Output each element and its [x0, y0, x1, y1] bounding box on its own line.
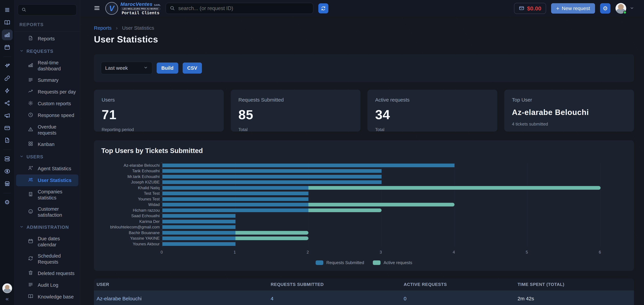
legend-item-active-requests[interactable]: Active requests: [373, 260, 412, 265]
balance-pill[interactable]: $0.00: [514, 3, 546, 14]
global-search-input[interactable]: [178, 5, 310, 11]
sidebar-search[interactable]: [18, 4, 77, 15]
wallet-icon: [519, 5, 524, 11]
bar-requests-submitted[interactable]: [162, 237, 236, 240]
sidebar-item-due-dates-calendar[interactable]: Due dates calendar: [16, 233, 78, 250]
breadcrumb-reports-link[interactable]: Reports: [94, 25, 112, 31]
brand-logo[interactable]: V MarocVentes SARL LES MEILLEURS PRIX AU…: [105, 2, 161, 15]
search-icon: [21, 7, 26, 13]
chart-row: Bachir Bouanane: [102, 230, 626, 236]
rail-bar-chart-icon[interactable]: [2, 29, 12, 40]
sidebar-item-deleted-requests[interactable]: Deleted requests: [16, 268, 78, 279]
sidebar-item-response-speed[interactable]: Response speed: [16, 110, 78, 121]
sidebar-item-label: Requests per day: [38, 89, 76, 95]
sidebar-item-real-time-dashboard[interactable]: Real-time dashboard: [16, 57, 78, 74]
topbar: V MarocVentes SARL LES MEILLEURS PRIX AU…: [80, 0, 644, 17]
rail-store-icon[interactable]: [2, 178, 12, 189]
bar-active-requests[interactable]: [308, 209, 382, 212]
refresh-button[interactable]: [318, 3, 328, 13]
hamburger-menu-icon[interactable]: [94, 5, 100, 12]
rail-calendar-icon[interactable]: [2, 42, 12, 53]
rail-dollar-icon[interactable]: [2, 166, 12, 177]
bar-requests-submitted[interactable]: [162, 169, 382, 173]
sidebar-item-customer-satisfaction[interactable]: Customer satisfaction: [16, 203, 78, 221]
table-row[interactable]: Az-elarabe Belouchi402m 42s: [94, 291, 634, 305]
sidebar-item-label: Due dates calendar: [38, 236, 76, 248]
user-menu[interactable]: [616, 3, 634, 14]
rail-megaphone-icon[interactable]: [2, 110, 12, 121]
icon-rail: ⚙ «: [0, 0, 14, 305]
rail-wallet-icon[interactable]: [2, 122, 12, 133]
rail-gear-icon[interactable]: ⚙: [2, 197, 12, 208]
collapse-sidebar-icon[interactable]: «: [6, 296, 9, 302]
bar-active-requests[interactable]: [308, 186, 600, 190]
sidebar-section-requests[interactable]: REQUESTS: [14, 44, 80, 57]
category-tick: [161, 202, 162, 202]
global-search[interactable]: [166, 3, 313, 14]
rail-link-icon[interactable]: [2, 73, 12, 84]
sidebar-item-label: Knowledge base: [38, 294, 74, 300]
bar-requests-submitted[interactable]: [162, 192, 308, 195]
bar-active-requests[interactable]: [236, 231, 308, 235]
rail-book-open-icon[interactable]: [2, 17, 12, 28]
bar-requests-submitted[interactable]: [162, 220, 236, 223]
rail-share-icon[interactable]: [2, 98, 12, 108]
period-select-value: Last week: [105, 65, 128, 71]
rail-server-icon[interactable]: [2, 154, 12, 164]
sidebar-section-users[interactable]: USERS: [14, 150, 80, 163]
category-tick: [161, 224, 162, 225]
bar-requests-submitted[interactable]: [162, 164, 454, 167]
legend-item-requests-submitted[interactable]: Requests Submitted: [316, 260, 364, 265]
bar-requests-submitted[interactable]: [162, 203, 308, 207]
bar-requests-submitted[interactable]: [162, 214, 236, 218]
sidebar-item-custom-reports[interactable]: Custom reports: [16, 98, 78, 110]
sidebar-item-user-statistics[interactable]: User Statistics: [16, 174, 78, 186]
settings-button[interactable]: ⚙: [600, 3, 610, 13]
sidebar-section-title: REQUESTS: [26, 49, 54, 54]
sidebar-item-label: Custom reports: [38, 101, 71, 107]
rail-menu-lines-icon[interactable]: [2, 5, 12, 15]
category-label: Hicham razzou: [102, 208, 162, 213]
user-plus-icon: [28, 165, 33, 172]
category-label: Az-elarabe Belouchi: [102, 163, 162, 168]
table-cell-time-spent: 2m 42s: [518, 296, 634, 302]
rail-bolt-icon[interactable]: [2, 85, 12, 96]
sidebar-item-year-in-review[interactable]: Year In Review: [16, 303, 78, 305]
chart-row: Az-elarabe Belouchi: [102, 163, 626, 168]
balance-amount: $0.00: [527, 5, 541, 12]
bar-requests-submitted[interactable]: [162, 175, 382, 178]
sidebar-item-agent-statistics[interactable]: Agent Statistics: [16, 163, 78, 174]
bar-requests-submitted[interactable]: [162, 225, 236, 229]
table-cell-user[interactable]: Az-elarabe Belouchi: [96, 296, 271, 302]
stat-card-label: Top User: [512, 97, 626, 103]
bar-requests-submitted[interactable]: [162, 186, 308, 190]
stat-card-active-requests: Active requests34Total: [368, 90, 497, 132]
sidebar-item-knowledge-base[interactable]: Knowledge base: [16, 291, 78, 303]
new-request-button[interactable]: + New request: [551, 3, 595, 13]
csv-button[interactable]: CSV: [183, 62, 202, 74]
rail-file-icon[interactable]: [2, 135, 12, 146]
sidebar-item-audit-log[interactable]: Audit Log: [16, 279, 78, 291]
sidebar-item-kanban[interactable]: Kanban: [16, 138, 78, 150]
bar-requests-submitted[interactable]: [162, 209, 308, 212]
sidebar-item-label: Scheduled Requests: [38, 253, 76, 265]
sidebar-item-overdue-requests[interactable]: Overdue requests: [16, 121, 78, 139]
sidebar-section-administration[interactable]: ADMINISTRATION: [14, 221, 80, 233]
sidebar-item-summary[interactable]: Summary: [16, 74, 78, 86]
sidebar-item-requests-per-day[interactable]: Requests per day: [16, 86, 78, 98]
build-button[interactable]: Build: [157, 62, 178, 74]
sidebar-item-companies-statistics[interactable]: Companies statistics: [16, 186, 78, 203]
period-select[interactable]: Last week: [101, 62, 152, 74]
bar-active-requests[interactable]: [308, 203, 454, 207]
bar-requests-submitted[interactable]: [162, 180, 382, 184]
bar-requests-submitted[interactable]: [162, 197, 308, 201]
rail-sparkles-icon[interactable]: [2, 60, 12, 71]
avatar[interactable]: [616, 3, 626, 14]
bar-active-requests[interactable]: [236, 237, 308, 240]
bar-requests-submitted[interactable]: [162, 231, 236, 235]
rail-avatar[interactable]: [2, 283, 12, 293]
sidebar-search-input[interactable]: [29, 7, 73, 12]
sidebar-item-reports[interactable]: Reports: [16, 33, 78, 44]
sidebar-item-scheduled-requests[interactable]: Scheduled Requests: [16, 250, 78, 268]
bar-requests-submitted[interactable]: [162, 242, 236, 246]
